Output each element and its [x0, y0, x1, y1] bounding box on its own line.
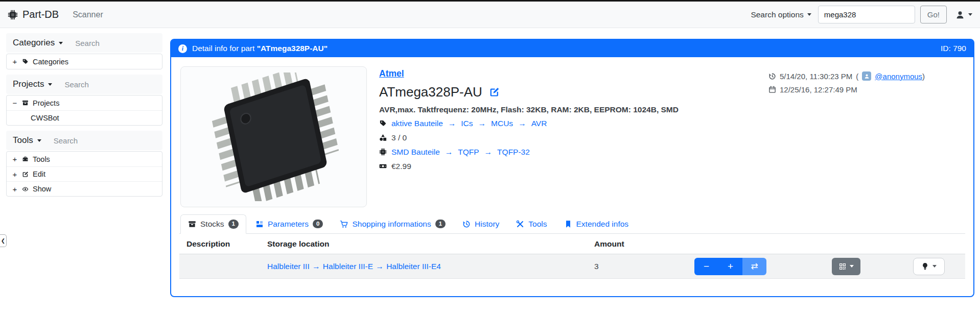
money-bill-icon: [379, 162, 387, 170]
stocks-table: Description Storage location Amount Halb…: [179, 234, 965, 279]
arrow-separator: →: [478, 119, 486, 128]
edit-part-icon[interactable]: [489, 87, 500, 98]
decrease-amount-button[interactable]: −: [694, 258, 718, 275]
arrow-separator: →: [376, 262, 384, 271]
search-go-button[interactable]: Go!: [920, 6, 947, 23]
tree-item-label: Edit: [33, 170, 45, 178]
collapse-icon[interactable]: −: [12, 99, 18, 107]
tree-item-tools[interactable]: + Tools: [7, 152, 162, 166]
tab-badge: 0: [313, 220, 323, 229]
tools-search-input[interactable]: [54, 136, 130, 145]
info-icon: i: [178, 44, 187, 53]
edit-icon: [22, 171, 29, 178]
user-menu-dropdown[interactable]: [955, 10, 972, 19]
projects-search-input[interactable]: [64, 80, 141, 89]
tab-parameters[interactable]: Parameters 0: [248, 214, 331, 233]
ruler-icon: [255, 220, 264, 228]
chevron-down-icon: [37, 139, 41, 142]
arrow-separator: →: [448, 119, 456, 128]
chevron-down-icon: [48, 83, 52, 86]
category-link[interactable]: ICs: [461, 119, 473, 128]
global-search-input[interactable]: [818, 6, 915, 23]
expand-icon[interactable]: +: [12, 170, 18, 179]
location-link[interactable]: Halbleiter III: [267, 262, 310, 271]
avatar: [862, 71, 871, 81]
tab-label: Parameters: [268, 220, 309, 229]
expand-icon[interactable]: +: [12, 185, 18, 193]
tools-tree: + Tools + Edit + Show: [6, 151, 162, 197]
tree-item-edit[interactable]: + Edit: [7, 166, 162, 181]
footprint-link[interactable]: SMD Bauteile: [391, 148, 440, 157]
tab-stocks[interactable]: Stocks 1: [180, 214, 246, 234]
sidebar: Categories + Categories Projects − Proje…: [6, 33, 162, 202]
qrcode-icon: [838, 262, 847, 271]
created-date: 12/25/16, 12:27:49 PM: [780, 85, 857, 94]
col-description: Description: [179, 239, 267, 249]
search-options-dropdown[interactable]: Search options: [751, 10, 811, 19]
part-detail-card: i Detail info for part "ATmega328P-AU" I…: [170, 39, 974, 297]
tree-item-label: Categories: [33, 58, 68, 66]
tab-label: History: [475, 220, 499, 229]
sidebar-collapse-handle[interactable]: ❮: [0, 234, 7, 247]
history-icon: [768, 72, 776, 80]
last-modified-date: 5/14/20, 11:30:23 PM: [780, 72, 852, 81]
tree-item-projects[interactable]: − Projects: [7, 95, 162, 110]
tab-label: Extended infos: [576, 220, 629, 229]
microchip-icon: [8, 10, 18, 20]
footprint-link[interactable]: TQFP-32: [497, 148, 530, 157]
app-brand[interactable]: Part-DB: [8, 9, 59, 20]
tools-dropdown[interactable]: Tools: [13, 135, 41, 146]
stock-summary: 3 / 0: [391, 133, 407, 142]
categories-dropdown[interactable]: Categories: [13, 38, 63, 48]
expand-icon[interactable]: +: [12, 57, 18, 66]
lightbulb-icon: [921, 262, 929, 270]
part-detail-header: i Detail info for part "ATmega328P-AU" I…: [171, 40, 973, 57]
expand-icon[interactable]: +: [12, 155, 18, 163]
location-link[interactable]: Halbleiter III-E: [323, 262, 373, 271]
tab-badge: 1: [228, 220, 239, 229]
tools-title: Tools: [13, 135, 33, 146]
arrow-separator: →: [445, 148, 453, 157]
header-text: Detail info for part "ATmega328P-AU": [192, 44, 328, 53]
tab-label: Stocks: [200, 220, 224, 229]
part-info: Atmel ATmega328P-AU AVR,max. Taktfrequen…: [379, 68, 679, 172]
tab-tools[interactable]: Tools: [508, 214, 554, 233]
category-link[interactable]: MCUs: [491, 119, 513, 128]
manufacturer-link[interactable]: Atmel: [379, 68, 404, 79]
arrow-separator: →: [484, 148, 493, 157]
tree-item-show[interactable]: + Show: [7, 181, 162, 196]
tab-label: Tools: [528, 220, 547, 229]
amount-stepper: − + ⇄: [694, 258, 766, 275]
table-header: Description Storage location Amount: [179, 234, 965, 254]
part-image[interactable]: [180, 66, 367, 207]
footprint-link[interactable]: TQFP: [458, 148, 479, 157]
tree-item-categories[interactable]: + Categories: [7, 54, 162, 69]
brand-label: Part-DB: [22, 9, 59, 20]
projects-title: Projects: [13, 79, 44, 89]
move-stock-button[interactable]: ⇄: [742, 258, 766, 275]
tab-extended-infos[interactable]: Extended infos: [556, 214, 637, 233]
location-link[interactable]: Halbleiter III-E4: [386, 262, 441, 271]
tab-shopping-informations[interactable]: Shopping informations 1: [332, 214, 453, 233]
category-link[interactable]: AVR: [531, 119, 547, 128]
label-generator-dropdown[interactable]: [832, 258, 860, 275]
led-locate-dropdown[interactable]: [913, 258, 945, 275]
projects-dropdown[interactable]: Projects: [13, 79, 52, 89]
tree-item-cwsbot[interactable]: CWSBot: [7, 110, 162, 125]
stock-summary-row: 3 / 0: [379, 132, 679, 143]
tab-history[interactable]: History: [455, 214, 507, 233]
cart-icon: [340, 220, 348, 228]
increase-amount-button[interactable]: +: [718, 258, 742, 275]
col-amount: Amount: [594, 239, 675, 249]
user-link[interactable]: @anonymous: [875, 72, 922, 81]
paren-open: (: [856, 72, 858, 81]
nav-item-scanner[interactable]: Scanner: [73, 10, 103, 19]
tree-item-label: Show: [33, 185, 51, 193]
part-name: ATmega328P-AU: [379, 84, 482, 100]
part-dates: 5/14/20, 11:30:23 PM ( @anonymous) 12/25…: [768, 69, 925, 96]
history-icon: [462, 220, 471, 228]
categories-search-input[interactable]: [75, 39, 152, 47]
calendar-icon: [768, 86, 776, 93]
category-link[interactable]: aktive Bauteile: [391, 119, 443, 128]
header-part-name: "ATmega328P-AU": [257, 44, 328, 53]
